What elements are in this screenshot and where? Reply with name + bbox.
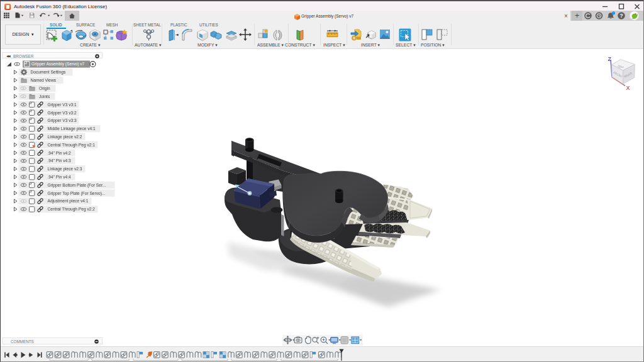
svg-text:?: ? [619,13,623,19]
